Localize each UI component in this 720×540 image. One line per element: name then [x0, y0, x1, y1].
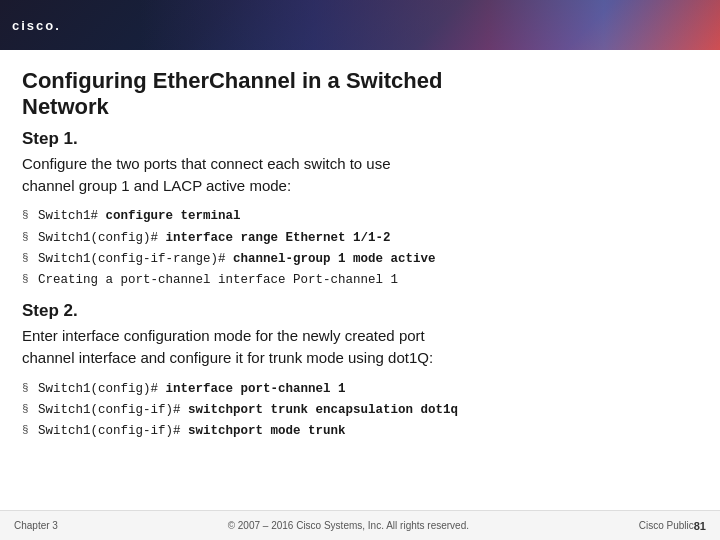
code-7-bold: switchport mode trunk: [188, 424, 346, 438]
code-7-normal: Switch1(config-if)#: [38, 424, 188, 438]
title-line2: Network: [22, 94, 698, 120]
code-2-bold: interface range Ethernet 1/1-2: [166, 231, 391, 245]
step2-heading: Step 2.: [22, 301, 698, 321]
code-line-1: Switch1# configure terminal: [22, 206, 698, 227]
code-line-4: Creating a port-channel interface Port-c…: [22, 270, 698, 291]
code-1-normal: Switch1#: [38, 209, 106, 223]
main-content: Configuring EtherChannel in a Switched N…: [0, 50, 720, 463]
code-1-bold: configure terminal: [106, 209, 241, 223]
code-3-normal: Switch1(config-if-range)#: [38, 252, 233, 266]
step2-code-list: Switch1(config)# interface port-channel …: [22, 379, 698, 443]
footer: Chapter 3 © 2007 – 2016 Cisco Systems, I…: [0, 510, 720, 540]
code-line-7: Switch1(config-if)# switchport mode trun…: [22, 421, 698, 442]
step2-desc-line1: Enter interface configuration mode for t…: [22, 327, 425, 344]
footer-access: Cisco Public: [639, 520, 694, 531]
slide-title: Configuring EtherChannel in a Switched N…: [22, 68, 698, 121]
step1-desc-line1: Configure the two ports that connect eac…: [22, 155, 391, 172]
step2-desc-line2: channel interface and configure it for t…: [22, 349, 433, 366]
title-line1: Configuring EtherChannel in a Switched: [22, 68, 698, 94]
footer-copyright: © 2007 – 2016 Cisco Systems, Inc. All ri…: [68, 520, 629, 531]
code-line-5: Switch1(config)# interface port-channel …: [22, 379, 698, 400]
code-3-bold: channel-group 1 mode active: [233, 252, 436, 266]
code-4-normal: Creating a port-channel interface Port-c…: [38, 273, 398, 287]
step1-desc-line2: channel group 1 and LACP active mode:: [22, 177, 291, 194]
code-5-normal: Switch1(config)#: [38, 382, 166, 396]
code-line-2: Switch1(config)# interface range Etherne…: [22, 228, 698, 249]
footer-chapter: Chapter 3: [14, 520, 58, 531]
step1-description: Configure the two ports that connect eac…: [22, 153, 698, 197]
code-6-normal: Switch1(config-if)#: [38, 403, 188, 417]
step1-heading: Step 1.: [22, 129, 698, 149]
footer-page: 81: [694, 520, 706, 532]
code-5-bold: interface port-channel 1: [166, 382, 346, 396]
code-line-3: Switch1(config-if-range)# channel-group …: [22, 249, 698, 270]
code-line-6: Switch1(config-if)# switchport trunk enc…: [22, 400, 698, 421]
top-banner: cisco.: [0, 0, 720, 50]
banner-decoration: [140, 0, 720, 50]
step2-description: Enter interface configuration mode for t…: [22, 325, 698, 369]
code-6-bold: switchport trunk encapsulation dot1q: [188, 403, 458, 417]
code-2-normal: Switch1(config)#: [38, 231, 166, 245]
cisco-logo: cisco.: [12, 18, 61, 33]
step1-code-list: Switch1# configure terminal Switch1(conf…: [22, 206, 698, 291]
